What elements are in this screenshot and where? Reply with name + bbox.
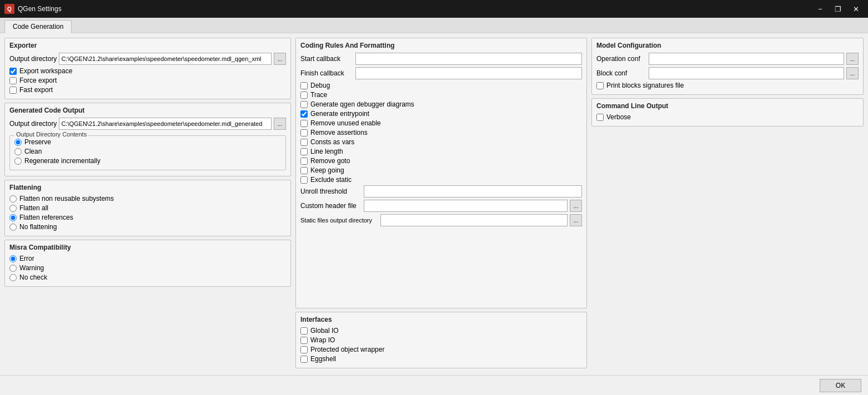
- exclude-static-checkbox[interactable]: [300, 176, 308, 184]
- exclude-static-label[interactable]: Exclude static: [310, 176, 352, 184]
- trace-checkbox[interactable]: [300, 92, 308, 99]
- custom-header-input[interactable]: [364, 200, 568, 212]
- remove-goto-label[interactable]: Remove goto: [310, 157, 350, 165]
- operation-conf-browse-button[interactable]: ...: [846, 53, 859, 65]
- unroll-threshold-input[interactable]: [364, 185, 582, 198]
- consts-as-vars-label[interactable]: Consts as vars: [310, 138, 354, 146]
- static-files-row: Static files output directory ...: [300, 214, 582, 226]
- keep-going-label[interactable]: Keep going: [310, 166, 344, 174]
- line-length-checkbox[interactable]: [300, 148, 308, 155]
- force-export-label[interactable]: Force export: [19, 77, 57, 84]
- clean-radio[interactable]: [14, 148, 22, 155]
- debug-label[interactable]: Debug: [310, 82, 330, 89]
- flatten-nonreusable-label[interactable]: Flatten non reusable subystems: [19, 195, 114, 202]
- flatten-all-radio[interactable]: [9, 205, 17, 212]
- custom-header-label: Custom header file: [300, 202, 362, 210]
- wrap-io-checkbox[interactable]: [300, 337, 308, 344]
- line-length-label[interactable]: Line length: [310, 148, 343, 155]
- global-io-label[interactable]: Global IO: [310, 327, 339, 335]
- protected-object-label[interactable]: Protected object wrapper: [310, 346, 384, 353]
- misra-no-check-label[interactable]: No check: [19, 274, 47, 281]
- clean-row: Clean: [14, 148, 281, 155]
- exporter-browse-button[interactable]: ...: [274, 53, 286, 65]
- misra-error-radio[interactable]: [9, 255, 17, 262]
- misra-no-check-radio[interactable]: [9, 274, 17, 281]
- trace-label[interactable]: Trace: [310, 91, 327, 99]
- remove-assertions-label[interactable]: Remove assertions: [310, 129, 368, 136]
- misra-error-label[interactable]: Error: [19, 255, 34, 262]
- preserve-radio[interactable]: [14, 139, 22, 146]
- remove-unused-label[interactable]: Remove unused enable: [310, 119, 381, 127]
- finish-callback-input[interactable]: [355, 67, 582, 79]
- remove-goto-checkbox[interactable]: [300, 158, 308, 165]
- flatten-all-label[interactable]: Flatten all: [19, 204, 48, 212]
- misra-warning-label[interactable]: Warning: [19, 264, 44, 272]
- misra-panel: Misra Compatibility Error Warning No che…: [4, 240, 291, 287]
- operation-conf-input[interactable]: [649, 53, 844, 65]
- flattening-title: Flattening: [9, 184, 286, 191]
- flatten-refs-row: Flatten references: [9, 214, 286, 221]
- model-config-panel: Model Configuration Operation conf ... B…: [591, 38, 864, 95]
- block-conf-browse-button[interactable]: ...: [846, 67, 859, 79]
- static-files-input[interactable]: [380, 214, 568, 226]
- right-column: Model Configuration Operation conf ... B…: [591, 38, 864, 368]
- generated-code-title: Generated Code Output: [9, 107, 286, 114]
- fast-export-label[interactable]: Fast export: [19, 86, 53, 94]
- gen-entrypoint-label[interactable]: Generate entrypoint: [310, 110, 369, 118]
- remove-unused-checkbox[interactable]: [300, 120, 308, 127]
- generated-output-dir-row: Output directory ...: [9, 118, 286, 130]
- misra-warning-radio[interactable]: [9, 265, 17, 272]
- tab-code-generation[interactable]: Code Generation: [4, 20, 72, 33]
- misra-title: Misra Compatibility: [9, 244, 286, 251]
- minimize-button[interactable]: −: [812, 3, 828, 14]
- start-callback-input[interactable]: [355, 53, 582, 65]
- keep-going-checkbox[interactable]: [300, 167, 308, 174]
- remove-assertions-checkbox[interactable]: [300, 129, 308, 136]
- exporter-output-dir-row: Output directory ...: [9, 53, 286, 65]
- eggshell-label[interactable]: Eggshell: [310, 355, 336, 363]
- gen-entrypoint-checkbox[interactable]: [300, 110, 308, 118]
- flatten-nonreusable-radio[interactable]: [9, 195, 17, 202]
- finish-callback-label: Finish callback: [300, 69, 353, 77]
- export-workspace-checkbox[interactable]: [9, 68, 17, 75]
- global-io-checkbox[interactable]: [300, 327, 308, 335]
- wrap-io-label[interactable]: Wrap IO: [310, 336, 335, 344]
- regenerate-radio[interactable]: [14, 158, 22, 165]
- no-flattening-label[interactable]: No flattening: [19, 223, 57, 231]
- fast-export-row: Fast export: [9, 86, 286, 94]
- eggshell-checkbox[interactable]: [300, 356, 308, 363]
- regenerate-label[interactable]: Regenerate incrementally: [24, 157, 101, 165]
- exporter-output-dir-label: Output directory: [9, 55, 57, 63]
- command-line-panel: Command Line Output Verbose: [591, 98, 864, 126]
- verbose-checkbox[interactable]: [596, 114, 604, 121]
- ok-button[interactable]: OK: [820, 379, 861, 392]
- consts-as-vars-checkbox[interactable]: [300, 139, 308, 146]
- exporter-panel: Exporter Output directory ... Export wor…: [4, 38, 291, 99]
- block-conf-input[interactable]: [649, 67, 844, 79]
- fast-export-checkbox[interactable]: [9, 87, 17, 94]
- no-flattening-radio[interactable]: [9, 224, 17, 231]
- coding-rules-title: Coding Rules And Formatting: [300, 42, 582, 49]
- preserve-label[interactable]: Preserve: [24, 138, 51, 146]
- protected-object-checkbox[interactable]: [300, 346, 308, 353]
- gen-qgen-debugger-label[interactable]: Generate qgen debugger diagrams: [310, 100, 414, 108]
- gen-qgen-debugger-checkbox[interactable]: [300, 101, 308, 108]
- export-workspace-label[interactable]: Export workspace: [19, 67, 72, 75]
- verbose-label[interactable]: Verbose: [606, 113, 631, 121]
- exporter-title: Exporter: [9, 42, 286, 49]
- custom-header-browse-button[interactable]: ...: [570, 200, 582, 212]
- close-button[interactable]: ✕: [848, 3, 864, 14]
- clean-label[interactable]: Clean: [24, 148, 42, 155]
- print-blocks-label[interactable]: Print blocks signatures file: [606, 82, 684, 89]
- restore-button[interactable]: ❐: [830, 3, 846, 14]
- generated-browse-button[interactable]: ...: [274, 118, 286, 130]
- flatten-refs-radio[interactable]: [9, 214, 17, 221]
- preserve-row: Preserve: [14, 138, 281, 146]
- flatten-refs-label[interactable]: Flatten references: [19, 214, 73, 221]
- static-files-browse-button[interactable]: ...: [570, 214, 582, 226]
- debug-checkbox[interactable]: [300, 82, 308, 89]
- generated-output-dir-input[interactable]: [59, 118, 272, 130]
- print-blocks-checkbox[interactable]: [596, 82, 604, 89]
- exporter-output-dir-input[interactable]: [59, 53, 272, 65]
- force-export-checkbox[interactable]: [9, 77, 17, 84]
